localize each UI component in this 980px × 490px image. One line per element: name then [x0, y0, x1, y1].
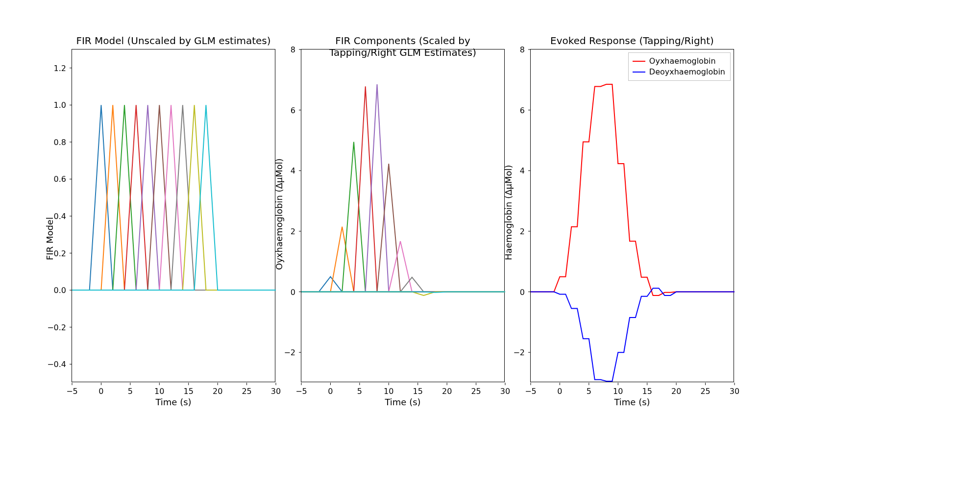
y-tick-label: 2: [500, 226, 525, 236]
chart-title: FIR Model (Unscaled by GLM estimates): [72, 35, 275, 47]
x-tick-label: 30: [500, 387, 510, 396]
x-tick-label: 10: [384, 387, 393, 396]
legend-item: Deoyxhaemoglobin: [633, 67, 725, 77]
y-axis-label: Haemoglobin (ΔμMol): [503, 165, 514, 260]
x-tick-label: 0: [328, 387, 333, 396]
legend-label: Oyxhaemoglobin: [649, 56, 716, 67]
x-axis-label: Time (s): [531, 397, 734, 407]
y-tick-label: −0.4: [42, 360, 66, 369]
chart-plot-area: [531, 49, 735, 383]
x-axis-label: Time (s): [301, 397, 504, 407]
chart-plot-area: [301, 49, 505, 383]
y-tick-label: 6: [271, 105, 295, 115]
x-tick-label: −5: [66, 387, 78, 396]
x-tick-label: −5: [525, 387, 537, 396]
y-tick-label: 1.0: [42, 100, 66, 110]
x-tick-label: 0: [98, 387, 103, 396]
y-tick-label: 0.2: [42, 248, 66, 258]
chart-panel-evoked-response: Evoked Response (Tapping/Right) Time (s)…: [530, 49, 734, 382]
y-tick-label: 0.0: [42, 286, 66, 295]
figure: FIR Model (Unscaled by GLM estimates) Ti…: [0, 0, 980, 490]
legend-line-icon: [633, 72, 645, 73]
y-tick-label: 0.4: [42, 212, 66, 221]
legend-label: Deoyxhaemoglobin: [649, 67, 725, 77]
y-tick-label: 8: [500, 45, 525, 54]
x-tick-label: 20: [442, 387, 452, 396]
x-tick-label: 5: [587, 387, 591, 396]
y-tick-label: −2: [500, 348, 525, 357]
x-tick-label: 15: [413, 387, 423, 396]
legend-line-icon: [633, 61, 645, 62]
legend: Oyxhaemoglobin Deoyxhaemoglobin: [628, 52, 731, 81]
chart-panel-fir-model: FIR Model (Unscaled by GLM estimates) Ti…: [72, 49, 275, 382]
x-axis-label: Time (s): [72, 397, 275, 407]
y-tick-label: 0: [271, 287, 295, 296]
y-tick-label: −2: [271, 348, 295, 357]
y-tick-label: 0: [500, 287, 525, 296]
x-tick-label: 30: [271, 387, 281, 396]
y-tick-label: 4: [500, 166, 525, 175]
y-tick-label: 2: [271, 226, 295, 236]
x-tick-label: 20: [213, 387, 222, 396]
x-tick-label: 25: [471, 387, 481, 396]
y-tick-label: 6: [500, 105, 525, 115]
x-tick-label: −5: [295, 387, 307, 396]
x-tick-label: 0: [557, 387, 562, 396]
chart-plot-area: [72, 49, 276, 383]
x-tick-label: 10: [613, 387, 623, 396]
x-tick-label: 10: [154, 387, 164, 396]
x-tick-label: 20: [671, 387, 681, 396]
y-tick-label: −0.2: [42, 322, 66, 332]
y-tick-label: 0.6: [42, 174, 66, 184]
x-tick-label: 15: [642, 387, 652, 396]
y-tick-label: 4: [271, 166, 295, 175]
x-tick-label: 30: [730, 387, 739, 396]
y-tick-label: 0.8: [42, 137, 66, 147]
legend-item: Oyxhaemoglobin: [633, 56, 725, 67]
x-tick-label: 5: [357, 387, 362, 396]
chart-panel-fir-components: FIR Components (Scaled by Tapping/Right …: [301, 49, 505, 382]
y-tick-label: 8: [271, 45, 295, 54]
y-tick-label: 1.2: [42, 63, 66, 73]
x-tick-label: 5: [128, 387, 133, 396]
chart-title: Evoked Response (Tapping/Right): [531, 35, 734, 47]
x-tick-label: 25: [700, 387, 710, 396]
x-tick-label: 25: [242, 387, 251, 396]
x-tick-label: 15: [184, 387, 194, 396]
